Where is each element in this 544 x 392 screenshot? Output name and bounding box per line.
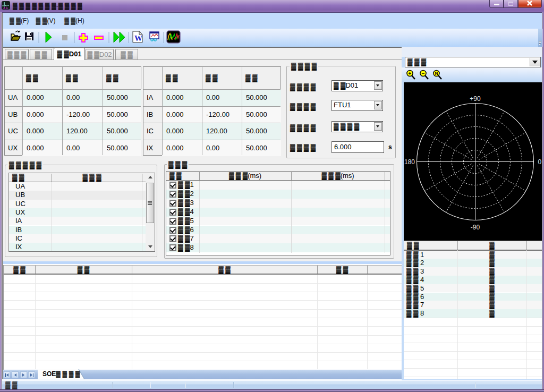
svg-text:180: 180	[404, 158, 415, 166]
svg-text:+90: +90	[470, 95, 481, 103]
svg-text:N: N	[435, 71, 438, 76]
svg-text:W: W	[134, 34, 142, 42]
svg-text:-90: -90	[471, 224, 480, 231]
svg-text:0: 0	[538, 158, 542, 166]
